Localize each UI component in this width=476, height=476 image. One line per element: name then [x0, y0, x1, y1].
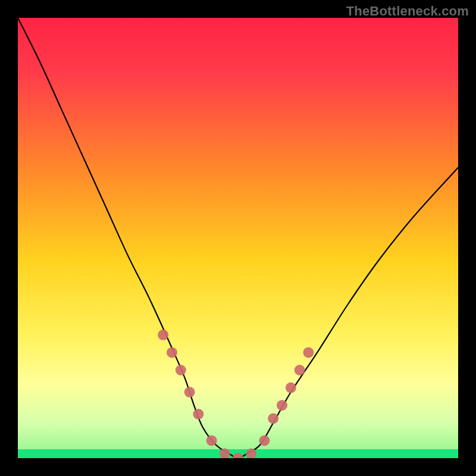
sample-marker	[259, 435, 270, 446]
sample-marker	[176, 365, 186, 375]
sample-marker	[295, 365, 305, 375]
bottleneck-chart	[18, 18, 458, 458]
sample-marker	[303, 347, 314, 358]
watermark-text: TheBottleneck.com	[346, 4, 469, 19]
sample-marker	[193, 409, 203, 419]
gradient-background	[18, 18, 458, 458]
sample-marker	[167, 347, 177, 358]
sample-marker	[184, 387, 195, 397]
sample-marker	[206, 435, 217, 446]
sample-marker	[158, 330, 168, 340]
sample-marker	[277, 400, 287, 411]
chart-stage: TheBottleneck.com	[0, 0, 476, 476]
sample-marker	[268, 413, 278, 424]
sample-marker	[286, 383, 296, 393]
